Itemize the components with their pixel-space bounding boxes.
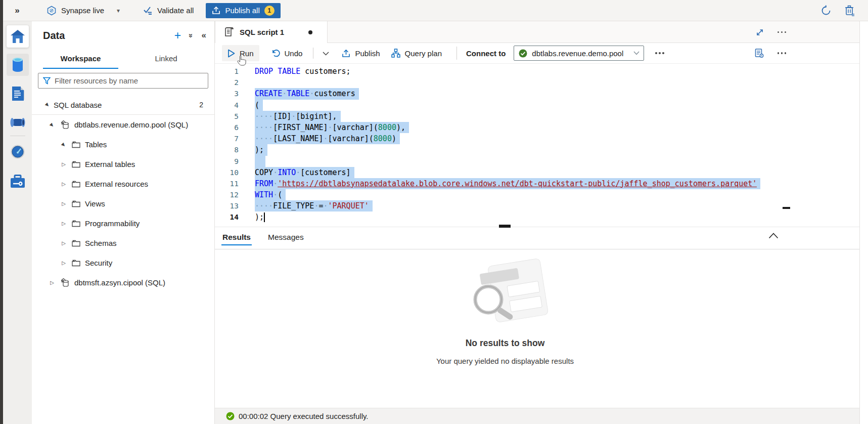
- code-line-7[interactable]: 7····[LAST_NAME]·[varchar](8000): [215, 133, 859, 144]
- refresh-icon[interactable]: [820, 5, 832, 16]
- expand-twisty-icon[interactable]: ▷: [61, 240, 67, 246]
- collapse-twisty-icon[interactable]: ▶: [48, 121, 56, 129]
- code-line-3[interactable]: 3CREATE·TABLE·customers: [215, 88, 859, 99]
- panel-title: Data: [43, 30, 65, 41]
- expand-twisty-icon[interactable]: ▷: [61, 161, 67, 167]
- code-line-1[interactable]: 1DROP TABLE customers;: [215, 66, 859, 77]
- hub-monitor-button[interactable]: [7, 141, 29, 163]
- filter-resources-input[interactable]: [55, 76, 208, 85]
- hub-integrate-button[interactable]: [7, 111, 29, 134]
- properties-icon[interactable]: [754, 48, 764, 58]
- code-line-9[interactable]: 9: [215, 156, 859, 167]
- folder-icon: [72, 220, 80, 227]
- code-line-5[interactable]: 5····[ID]·[bigint],: [215, 111, 859, 122]
- mode-switcher-synapse-live[interactable]: Synapse live ▾: [41, 3, 125, 19]
- tree-item-external-tables[interactable]: ▷External tables: [32, 154, 214, 174]
- tree-item-security[interactable]: ▷Security: [32, 253, 214, 273]
- line-number: 2: [215, 77, 239, 88]
- expand-twisty-icon[interactable]: ▷: [49, 280, 55, 285]
- undo-button[interactable]: Undo: [265, 45, 308, 61]
- data-panel-tabs: Workspace Linked: [38, 50, 209, 68]
- run-label: Run: [240, 49, 254, 58]
- sql-script-icon: [224, 27, 234, 37]
- chevron-down-icon: ▾: [117, 7, 120, 14]
- sql-code-editor[interactable]: 1DROP TABLE customers;23CREATE·TABLE·cus…: [215, 64, 859, 242]
- expand-editor-icon[interactable]: [755, 28, 764, 37]
- tree-item-label: Views: [85, 199, 105, 208]
- tree-item-tables[interactable]: ▶Tables: [32, 135, 214, 154]
- connected-check-icon: [519, 49, 527, 58]
- hub-manage-button[interactable]: [7, 170, 29, 192]
- publish-button[interactable]: Publish: [336, 45, 385, 61]
- hub-home-button[interactable]: [7, 25, 29, 48]
- tab-messages[interactable]: Messages: [267, 230, 305, 247]
- success-check-icon: [226, 412, 235, 420]
- results-resize-handle[interactable]: [499, 225, 511, 228]
- tree-item-programmability[interactable]: ▷Programmability: [32, 214, 214, 233]
- code-line-10[interactable]: 10COPY·INTO·[customers]: [215, 167, 859, 178]
- top-command-bar: » Synapse live ▾ Validate all Publish al…: [3, 0, 868, 21]
- pool-name: dbtlabs.revenue.demo.pool: [532, 49, 629, 58]
- run-button[interactable]: Run: [222, 45, 259, 61]
- undo-label: Undo: [285, 49, 303, 58]
- query-plan-button[interactable]: Query plan: [386, 45, 447, 61]
- code-line-8[interactable]: 8);: [215, 144, 859, 155]
- data-database-icon: [11, 57, 24, 72]
- tab-title: SQL script 1: [240, 28, 284, 36]
- hub-data-button[interactable]: [7, 54, 29, 76]
- scrollbar-cursor-mark: [783, 207, 790, 209]
- publish-all-button[interactable]: Publish all 1: [206, 3, 280, 18]
- tree-item-label: dbtmsft.azsyn.cipool (SQL): [74, 278, 165, 287]
- tree-item-label: External tables: [85, 160, 135, 168]
- code-line-6[interactable]: 6····[FIRST_NAME]·[varchar](8000),: [215, 122, 859, 133]
- tab-workspace[interactable]: Workspace: [38, 50, 123, 68]
- tab-sql-script-1[interactable]: SQL script 1: [215, 21, 328, 43]
- toolbar-more-actions-icon[interactable]: [655, 52, 664, 54]
- editor-more-actions-icon[interactable]: [778, 52, 787, 54]
- add-resource-icon[interactable]: +: [174, 30, 181, 40]
- expand-twisty-icon[interactable]: ▷: [61, 181, 67, 187]
- commands-chevron-down-icon[interactable]: [318, 49, 333, 58]
- tree-item-dbtlabs-revenue-demo-pool-sql[interactable]: ▶dbtlabs.revenue.demo.pool (SQL): [32, 115, 214, 135]
- line-number: 5: [215, 111, 239, 122]
- code-line-2[interactable]: 2: [215, 77, 859, 88]
- tab-more-actions-icon[interactable]: [778, 31, 787, 33]
- code-line-4[interactable]: 4(: [215, 100, 859, 111]
- expand-twisty-icon[interactable]: ▷: [61, 201, 67, 206]
- code-line-11[interactable]: 11FROM·'https://dbtlabsynapsedatalake.bl…: [215, 178, 859, 189]
- tree-item-label: Programmability: [85, 219, 140, 228]
- discard-trash-icon[interactable]: [845, 5, 855, 16]
- collapse-twisty-icon[interactable]: ▶: [43, 101, 52, 109]
- code-line-14[interactable]: 14);: [215, 211, 859, 223]
- mode-switcher-label: Synapse live: [61, 6, 104, 15]
- hub-develop-button[interactable]: [7, 82, 29, 105]
- results-divider: [215, 249, 859, 249]
- collapse-twisty-icon[interactable]: ▶: [60, 141, 68, 149]
- tree-item-schemas[interactable]: ▷Schemas: [32, 233, 214, 253]
- main-area: SQL script 1 Run Undo: [215, 21, 859, 424]
- code-line-12[interactable]: 12WITH·(: [215, 189, 859, 200]
- collapse-all-icon[interactable]: »: [187, 33, 196, 37]
- develop-document-icon: [11, 86, 25, 101]
- collapse-results-chevron-icon[interactable]: [768, 233, 779, 239]
- tree-item-external-resources[interactable]: ▷External resources: [32, 174, 214, 194]
- right-gutter-divider: [859, 21, 860, 424]
- code-line-13[interactable]: 13····FILE_TYPE·=·'PARQUET': [215, 200, 859, 211]
- tab-results[interactable]: Results: [221, 230, 252, 247]
- expand-twisty-icon[interactable]: ▷: [61, 221, 67, 226]
- expand-sidebar-chevrons[interactable]: »: [3, 6, 31, 16]
- collapse-panel-icon[interactable]: «: [202, 30, 206, 40]
- tree-item-sql-database[interactable]: ▶SQL database2: [32, 95, 214, 115]
- publish-upload-icon: [342, 49, 350, 58]
- tree-item-dbtmsft-azsyn-cipool-sql[interactable]: ▷dbtmsft.azsyn.cipool (SQL): [32, 273, 214, 292]
- query-plan-label: Query plan: [405, 49, 442, 58]
- tab-linked[interactable]: Linked: [123, 50, 209, 68]
- tree-item-views[interactable]: ▷Views: [32, 194, 214, 214]
- folder-icon: [72, 200, 80, 207]
- filter-resources-box: [38, 73, 208, 89]
- results-tabbar: Results Messages: [221, 230, 305, 247]
- validate-all-button[interactable]: Validate all: [138, 3, 199, 19]
- connect-to-pool-dropdown[interactable]: dbtlabs.revenue.demo.pool: [514, 46, 644, 61]
- line-number: 10: [215, 167, 239, 178]
- expand-twisty-icon[interactable]: ▷: [61, 260, 67, 266]
